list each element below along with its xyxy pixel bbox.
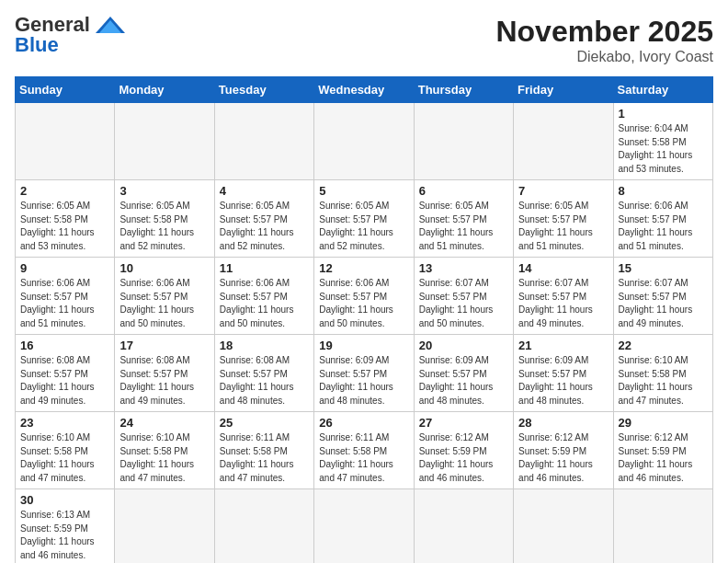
- day-number: 8: [619, 184, 708, 198]
- weekday-row: SundayMondayTuesdayWednesdayThursdayFrid…: [16, 77, 713, 103]
- calendar-day-cell: [514, 103, 613, 180]
- calendar-day-cell: 15Sunrise: 6:07 AM Sunset: 5:57 PM Dayli…: [613, 258, 712, 335]
- day-number: 18: [220, 339, 309, 352]
- day-number: 27: [419, 416, 508, 430]
- day-info: Sunrise: 6:11 AM Sunset: 5:58 PM Dayligh…: [220, 431, 309, 485]
- day-number: 10: [119, 261, 209, 275]
- calendar-day-cell: 23Sunrise: 6:10 AM Sunset: 5:58 PM Dayli…: [16, 412, 115, 489]
- calendar-day-cell: 24Sunrise: 6:10 AM Sunset: 5:58 PM Dayli…: [115, 412, 214, 489]
- day-info: Sunrise: 6:08 AM Sunset: 5:57 PM Dayligh…: [20, 354, 109, 408]
- calendar-day-cell: [115, 103, 214, 180]
- title-block: November 2025 Diekabo, Ivory Coast: [495, 15, 713, 65]
- day-number: 7: [518, 184, 608, 198]
- day-info: Sunrise: 6:09 AM Sunset: 5:57 PM Dayligh…: [319, 354, 408, 408]
- day-number: 2: [20, 184, 109, 198]
- calendar-day-cell: 18Sunrise: 6:08 AM Sunset: 5:57 PM Dayli…: [214, 335, 313, 412]
- calendar-week-row: 23Sunrise: 6:10 AM Sunset: 5:58 PM Dayli…: [16, 412, 713, 489]
- weekday-header: Monday: [115, 77, 214, 103]
- day-info: Sunrise: 6:13 AM Sunset: 5:59 PM Dayligh…: [20, 509, 109, 562]
- day-number: 25: [220, 416, 309, 430]
- calendar-day-cell: 3Sunrise: 6:05 AM Sunset: 5:58 PM Daylig…: [115, 180, 214, 258]
- day-number: 1: [619, 107, 708, 121]
- calendar-day-cell: 13Sunrise: 6:07 AM Sunset: 5:57 PM Dayli…: [414, 258, 513, 335]
- day-info: Sunrise: 6:08 AM Sunset: 5:57 PM Dayligh…: [220, 354, 309, 408]
- logo: General Blue: [15, 15, 127, 55]
- day-info: Sunrise: 6:05 AM Sunset: 5:57 PM Dayligh…: [319, 200, 408, 253]
- day-info: Sunrise: 6:08 AM Sunset: 5:57 PM Dayligh…: [119, 354, 209, 408]
- page-header: General Blue November 2025 Diekabo, Ivor…: [15, 15, 713, 65]
- day-number: 3: [119, 184, 209, 198]
- calendar-day-cell: [414, 489, 513, 564]
- calendar-day-cell: 5Sunrise: 6:05 AM Sunset: 5:57 PM Daylig…: [314, 180, 414, 258]
- day-info: Sunrise: 6:06 AM Sunset: 5:57 PM Dayligh…: [619, 200, 708, 253]
- day-number: 21: [518, 339, 608, 352]
- day-number: 13: [419, 261, 508, 275]
- day-number: 28: [518, 416, 608, 430]
- calendar-day-cell: 30Sunrise: 6:13 AM Sunset: 5:59 PM Dayli…: [16, 489, 115, 564]
- day-info: Sunrise: 6:05 AM Sunset: 5:57 PM Dayligh…: [419, 200, 508, 253]
- calendar-day-cell: 10Sunrise: 6:06 AM Sunset: 5:57 PM Dayli…: [115, 258, 214, 335]
- day-number: 6: [419, 184, 508, 198]
- weekday-header: Thursday: [414, 77, 513, 103]
- day-info: Sunrise: 6:10 AM Sunset: 5:58 PM Dayligh…: [119, 431, 209, 485]
- logo-icon: [94, 15, 127, 35]
- calendar-subtitle: Diekabo, Ivory Coast: [495, 49, 713, 65]
- calendar-day-cell: 4Sunrise: 6:05 AM Sunset: 5:57 PM Daylig…: [214, 180, 313, 258]
- day-number: 14: [518, 261, 608, 275]
- calendar-week-row: 2Sunrise: 6:05 AM Sunset: 5:58 PM Daylig…: [16, 180, 713, 258]
- calendar-day-cell: 8Sunrise: 6:06 AM Sunset: 5:57 PM Daylig…: [613, 180, 712, 258]
- calendar-day-cell: 7Sunrise: 6:05 AM Sunset: 5:57 PM Daylig…: [514, 180, 613, 258]
- day-number: 29: [619, 416, 708, 430]
- calendar-title: November 2025: [495, 15, 713, 49]
- calendar-day-cell: 12Sunrise: 6:06 AM Sunset: 5:57 PM Dayli…: [314, 258, 414, 335]
- day-number: 24: [119, 416, 209, 430]
- calendar-day-cell: 22Sunrise: 6:10 AM Sunset: 5:58 PM Dayli…: [613, 335, 712, 412]
- calendar-day-cell: 11Sunrise: 6:06 AM Sunset: 5:57 PM Dayli…: [214, 258, 313, 335]
- day-info: Sunrise: 6:10 AM Sunset: 5:58 PM Dayligh…: [619, 354, 708, 408]
- day-info: Sunrise: 6:06 AM Sunset: 5:57 PM Dayligh…: [119, 277, 209, 330]
- day-info: Sunrise: 6:09 AM Sunset: 5:57 PM Dayligh…: [518, 354, 608, 408]
- day-info: Sunrise: 6:06 AM Sunset: 5:57 PM Dayligh…: [220, 277, 309, 330]
- calendar-day-cell: [214, 489, 313, 564]
- calendar-day-cell: 2Sunrise: 6:05 AM Sunset: 5:58 PM Daylig…: [16, 180, 115, 258]
- day-number: 26: [319, 416, 408, 430]
- day-number: 17: [119, 339, 209, 352]
- day-info: Sunrise: 6:07 AM Sunset: 5:57 PM Dayligh…: [619, 277, 708, 330]
- day-number: 16: [20, 339, 109, 352]
- calendar-week-row: 9Sunrise: 6:06 AM Sunset: 5:57 PM Daylig…: [16, 258, 713, 335]
- day-info: Sunrise: 6:10 AM Sunset: 5:58 PM Dayligh…: [20, 431, 109, 485]
- day-number: 23: [20, 416, 109, 430]
- day-info: Sunrise: 6:04 AM Sunset: 5:58 PM Dayligh…: [619, 122, 708, 176]
- calendar-day-cell: 27Sunrise: 6:12 AM Sunset: 5:59 PM Dayli…: [414, 412, 513, 489]
- calendar-day-cell: 25Sunrise: 6:11 AM Sunset: 5:58 PM Dayli…: [214, 412, 313, 489]
- calendar-day-cell: [613, 489, 712, 564]
- calendar-day-cell: 21Sunrise: 6:09 AM Sunset: 5:57 PM Dayli…: [514, 335, 613, 412]
- day-info: Sunrise: 6:11 AM Sunset: 5:58 PM Dayligh…: [319, 431, 408, 485]
- calendar-day-cell: [115, 489, 214, 564]
- weekday-header: Sunday: [16, 77, 115, 103]
- day-info: Sunrise: 6:05 AM Sunset: 5:57 PM Dayligh…: [220, 200, 309, 253]
- day-number: 4: [220, 184, 309, 198]
- calendar-header: SundayMondayTuesdayWednesdayThursdayFrid…: [16, 77, 713, 103]
- calendar-day-cell: 17Sunrise: 6:08 AM Sunset: 5:57 PM Dayli…: [115, 335, 214, 412]
- day-number: 11: [220, 261, 309, 275]
- day-number: 5: [319, 184, 408, 198]
- day-number: 22: [619, 339, 708, 352]
- calendar-day-cell: [414, 103, 513, 180]
- day-info: Sunrise: 6:05 AM Sunset: 5:58 PM Dayligh…: [20, 200, 109, 253]
- calendar-day-cell: 1Sunrise: 6:04 AM Sunset: 5:58 PM Daylig…: [613, 103, 712, 180]
- weekday-header: Tuesday: [214, 77, 313, 103]
- day-info: Sunrise: 6:12 AM Sunset: 5:59 PM Dayligh…: [518, 431, 608, 485]
- calendar-day-cell: 29Sunrise: 6:12 AM Sunset: 5:59 PM Dayli…: [613, 412, 712, 489]
- calendar-day-cell: [514, 489, 613, 564]
- calendar-day-cell: [314, 103, 414, 180]
- calendar-week-row: 1Sunrise: 6:04 AM Sunset: 5:58 PM Daylig…: [16, 103, 713, 180]
- calendar-table: SundayMondayTuesdayWednesdayThursdayFrid…: [15, 76, 713, 563]
- calendar-day-cell: 20Sunrise: 6:09 AM Sunset: 5:57 PM Dayli…: [414, 335, 513, 412]
- calendar-day-cell: [314, 489, 414, 564]
- day-info: Sunrise: 6:06 AM Sunset: 5:57 PM Dayligh…: [20, 277, 109, 330]
- day-info: Sunrise: 6:12 AM Sunset: 5:59 PM Dayligh…: [619, 431, 708, 485]
- day-number: 9: [20, 261, 109, 275]
- calendar-day-cell: 9Sunrise: 6:06 AM Sunset: 5:57 PM Daylig…: [16, 258, 115, 335]
- day-number: 20: [419, 339, 508, 352]
